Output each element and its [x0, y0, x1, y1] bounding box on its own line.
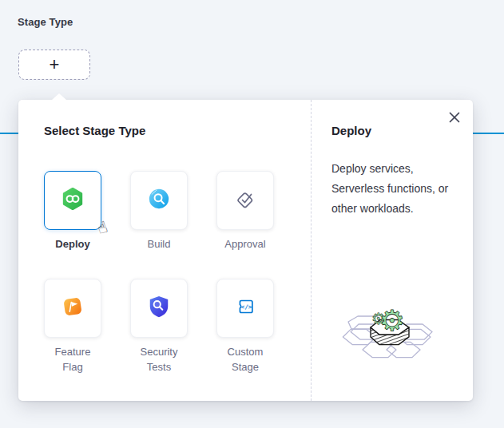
stage-card-build: Build [130, 171, 188, 279]
popover-title: Select Stage Type [44, 124, 145, 137]
security-shield-icon [147, 294, 171, 323]
stage-card-approval-button[interactable] [216, 171, 274, 230]
stage-card-label: Build [130, 236, 188, 252]
stage-card-approval: Approval [216, 171, 274, 279]
stage-card-label: Approval [216, 236, 274, 252]
detail-panel-title: Deploy [331, 124, 371, 137]
hand-cursor-icon: ☝ [94, 217, 109, 239]
close-icon [448, 111, 461, 126]
stage-card-security-tests: Security Tests [130, 279, 188, 386]
plus-icon: + [50, 56, 60, 73]
code-glyph: </> [241, 303, 252, 311]
select-stage-type-popover: Select Stage Type [18, 100, 473, 401]
large-gear-icon: ⚙ [379, 304, 405, 337]
custom-stage-code-icon: </> [233, 295, 257, 322]
stage-type-grid: ☝ Deploy [44, 171, 274, 386]
add-stage-button[interactable]: + [18, 50, 90, 80]
stage-card-custom-stage: </> Custom Stage [216, 279, 274, 386]
close-button[interactable] [444, 108, 465, 129]
stage-card-deploy-button[interactable]: ☝ [44, 171, 101, 230]
feature-flag-icon [61, 295, 85, 322]
stage-card-feature-flag: Feature Flag [44, 279, 101, 386]
build-ci-icon [147, 187, 171, 214]
stage-card-build-button[interactable] [130, 171, 188, 230]
stage-card-label: Security Tests [130, 344, 188, 374]
deploy-illustration: ⚙ ⚙ [332, 292, 448, 361]
stage-card-deploy: ☝ Deploy [44, 171, 101, 279]
stage-card-label: Deploy [44, 236, 101, 252]
stage-card-label: Custom Stage [216, 344, 274, 374]
approval-check-icon [232, 186, 258, 215]
detail-panel-description: Deploy services, Serverless functions, o… [331, 159, 461, 219]
popover-divider [311, 100, 312, 401]
stage-card-feature-flag-button[interactable] [44, 279, 101, 338]
stage-card-label: Feature Flag [44, 344, 101, 374]
stage-card-custom-stage-button[interactable]: </> [216, 279, 274, 338]
stage-card-security-tests-button[interactable] [130, 279, 188, 338]
deploy-cd-icon [61, 187, 85, 214]
stage-type-label: Stage Type [18, 16, 73, 28]
pipeline-stage-canvas: Stage Type + Select Stage Type [0, 0, 504, 428]
